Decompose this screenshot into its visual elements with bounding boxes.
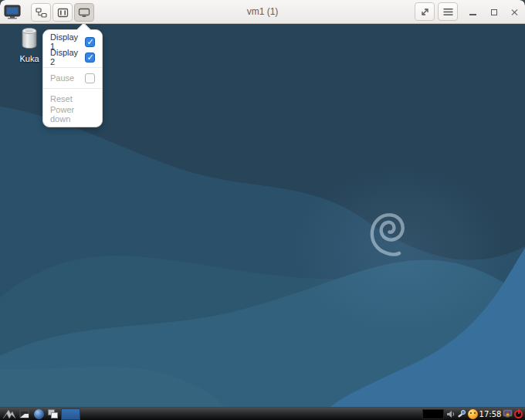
display-2-checkbox[interactable]	[85, 52, 95, 63]
smiley-tray-applet[interactable]	[467, 408, 478, 420]
debian-swirl-logo	[368, 210, 408, 259]
vm-taskbar: 17:58	[0, 407, 525, 420]
icewm-menu-button[interactable]	[2, 408, 16, 420]
maximize-button[interactable]	[486, 3, 503, 21]
power-icon	[514, 410, 523, 418]
menu-item-display-2[interactable]: Display 2	[43, 49, 102, 65]
taskbar-clock[interactable]: 17:58	[479, 408, 502, 420]
pause-checkbox	[85, 73, 95, 83]
menu-item-power-down: Power down	[43, 107, 102, 122]
monitor-film-icon	[57, 8, 69, 18]
minimize-icon	[469, 14, 476, 15]
window-list-icon	[48, 409, 59, 419]
tool-tray-applet[interactable]	[456, 408, 466, 420]
browser-launcher[interactable]	[33, 408, 45, 420]
menu-item-reset: Reset	[43, 91, 102, 107]
virt-viewer-window: vm1 (1)	[0, 0, 525, 420]
smiley-icon	[468, 409, 478, 419]
app-menu-button[interactable]	[438, 2, 458, 21]
window-list-button[interactable]	[47, 408, 59, 420]
minimize-button[interactable]	[464, 3, 481, 21]
maximize-icon	[491, 9, 497, 15]
volume-icon	[446, 410, 456, 418]
menu-item-pause: Pause	[43, 70, 102, 86]
headerbar: vm1 (1)	[0, 0, 525, 24]
menu-separator	[43, 67, 102, 68]
drive-cylinder-icon	[20, 27, 39, 50]
diagonal-expand-arrows-icon	[420, 7, 430, 17]
lock-screen-icon	[503, 409, 513, 419]
active-task-button[interactable]	[61, 408, 80, 420]
display-1-checkbox[interactable]	[85, 37, 95, 47]
show-desktop-icon	[19, 410, 29, 418]
menu-item-display-1[interactable]: Display 1	[43, 34, 102, 49]
keyboard-shortcut-boxes-icon	[36, 8, 47, 18]
lock-screen-button[interactable]	[502, 408, 513, 420]
show-desktop-button[interactable]	[19, 408, 30, 420]
vm-display[interactable]: Kuka Display 1 Display 2 Pause Reset	[0, 24, 525, 420]
icewm-menu-icon	[2, 409, 16, 419]
displays-popover: Display 1 Display 2 Pause Reset Power do…	[42, 29, 103, 127]
usb-redirect-button[interactable]	[52, 3, 73, 22]
close-button[interactable]	[506, 3, 523, 21]
web-browser-globe-icon	[34, 409, 44, 419]
volume-applet[interactable]	[445, 408, 456, 420]
send-key-button[interactable]	[31, 3, 51, 22]
app-monitor-icon	[4, 3, 21, 20]
power-button[interactable]	[513, 408, 523, 420]
displays-menu-button[interactable]	[74, 3, 94, 22]
display-icon	[78, 8, 90, 18]
close-icon	[511, 8, 519, 16]
menu-separator	[43, 88, 102, 89]
hamburger-icon	[443, 8, 453, 16]
cpu-monitor-applet[interactable]	[422, 409, 444, 419]
fullscreen-button[interactable]	[415, 2, 435, 21]
tool-icon	[457, 410, 466, 418]
